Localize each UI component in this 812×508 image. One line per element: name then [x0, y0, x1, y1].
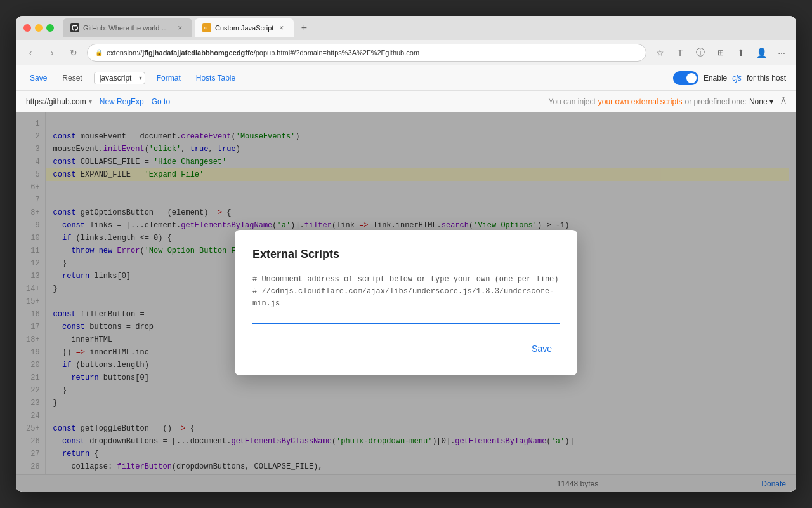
reader-icon[interactable]: T: [672, 44, 688, 61]
inject-scripts-link[interactable]: your own external scripts: [598, 97, 683, 106]
host-badge: https://github.com ▾: [26, 97, 92, 106]
enable-label: Enable: [704, 74, 727, 83]
reset-button[interactable]: Reset: [58, 72, 86, 84]
for-host-label: for this host: [747, 74, 786, 83]
menu-icon[interactable]: ···: [773, 44, 790, 61]
traffic-lights: [23, 24, 54, 32]
modal-footer: Save: [252, 340, 560, 358]
tab-bar: GitHub: Where the world build... ✕ C Cus…: [63, 18, 789, 37]
profile-icon[interactable]: 👤: [753, 44, 769, 61]
github-icon: [70, 23, 79, 32]
host-label: https://github.com: [26, 97, 86, 106]
add-tab-button[interactable]: +: [296, 20, 311, 36]
tab-cjs-close[interactable]: ✕: [277, 23, 286, 32]
hosts-table-button[interactable]: Hosts Table: [192, 72, 239, 84]
cjs-label: cjs: [732, 74, 742, 83]
code-area: 1 2 3 4 5 6+ 7 8+ 9 10 11 12 13 14+ 15+ …: [16, 112, 796, 492]
inject-info: You can inject your own external scripts…: [549, 97, 786, 106]
title-bar: GitHub: Where the world build... ✕ C Cus…: [16, 16, 796, 40]
external-scripts-textarea[interactable]: # Uncomment address of script below or t…: [252, 274, 560, 324]
inject-text: You can inject: [549, 97, 596, 106]
reload-button[interactable]: ↻: [65, 44, 82, 61]
address-bar-icons: ☆ T ⓘ ⊞ ⬆ 👤 ···: [652, 44, 790, 61]
external-scripts-modal: External Scripts # Uncomment address of …: [235, 230, 577, 375]
share-icon[interactable]: ⬆: [733, 44, 749, 61]
modal-overlay: External Scripts # Uncomment address of …: [16, 112, 796, 492]
url-text: extension://jfigjhadafajjafedlabbhomgeed…: [107, 49, 419, 57]
modal-title: External Scripts: [252, 248, 560, 261]
inject-none-select[interactable]: None ▾: [749, 97, 773, 106]
tab-github[interactable]: GitHub: Where the world build... ✕: [63, 18, 192, 37]
minimize-button[interactable]: [35, 24, 43, 32]
tab-cjs-label: Custom JavaScript: [215, 24, 273, 32]
secure-icon: 🔒: [95, 49, 103, 56]
inject-or-text: or predefined one:: [685, 97, 747, 106]
save-button[interactable]: Save: [26, 72, 51, 84]
go-to-button[interactable]: Go to: [152, 97, 170, 106]
tab-github-label: GitHub: Where the world build...: [83, 24, 172, 32]
browser-window: GitHub: Where the world build... ✕ C Cus…: [16, 16, 796, 492]
host-dropdown-icon[interactable]: ▾: [89, 98, 92, 105]
sec-toolbar: https://github.com ▾ New RegExp Go to Yo…: [16, 91, 796, 112]
language-select-wrapper: javascript css html: [94, 72, 145, 84]
tab-cjs[interactable]: C Custom JavaScript ✕: [195, 18, 294, 37]
back-button[interactable]: ‹: [22, 44, 39, 61]
url-extension-id: jfigjhadafajjafedlabbhomgeedgffc: [142, 49, 253, 57]
close-button[interactable]: [23, 24, 31, 32]
info-icon[interactable]: ⓘ: [692, 44, 709, 61]
modal-save-button[interactable]: Save: [524, 340, 560, 358]
forward-button[interactable]: ›: [44, 44, 60, 61]
maximize-button[interactable]: [46, 24, 54, 32]
font-icon: Â: [781, 97, 786, 106]
enable-toggle[interactable]: [673, 71, 698, 85]
bookmark-icon[interactable]: ☆: [652, 44, 668, 61]
language-select[interactable]: javascript css html: [94, 72, 145, 84]
format-button[interactable]: Format: [153, 72, 185, 84]
extensions-icon[interactable]: ⊞: [712, 44, 729, 61]
tab-github-close[interactable]: ✕: [176, 23, 185, 32]
ext-toolbar: Save Reset javascript css html Format Ho…: [16, 65, 796, 91]
new-regexp-button[interactable]: New RegExp: [100, 97, 144, 106]
address-bar: ‹ › ↻ 🔒 extension://jfigjhadafajjafedlab…: [16, 40, 796, 65]
svg-text:C: C: [204, 26, 207, 30]
enable-toggle-group: Enable cjs for this host: [673, 71, 786, 85]
url-bar[interactable]: 🔒 extension://jfigjhadafajjafedlabbhomge…: [87, 44, 646, 62]
cjs-tab-icon: C: [202, 23, 211, 32]
